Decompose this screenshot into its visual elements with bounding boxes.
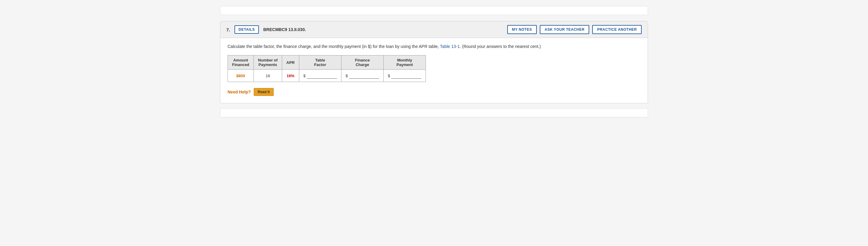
cell-amount-financed: $800 — [228, 70, 254, 82]
header-finance-charge: FinanceCharge — [341, 56, 383, 70]
practice-another-button[interactable]: PRACTICE ANOTHER — [592, 25, 642, 34]
finance-charge-input[interactable] — [349, 73, 379, 79]
my-notes-button[interactable]: MY NOTES — [507, 25, 537, 34]
monthly-payment-input[interactable] — [391, 73, 421, 79]
header-buttons: MY NOTES ASK YOUR TEACHER PRACTICE ANOTH… — [507, 25, 642, 34]
cell-number-of-payments: 18 — [254, 70, 282, 82]
data-table: AmountFinanced Number ofPayments APR Tab… — [227, 55, 426, 82]
need-help-section: Need Help? Read It — [227, 88, 641, 96]
cell-finance-charge[interactable]: $ — [341, 70, 383, 82]
cell-apr: 16% — [282, 70, 299, 82]
ask-teacher-button[interactable]: ASK YOUR TEACHER — [540, 25, 589, 34]
question-number: 7. — [226, 27, 230, 32]
need-help-label: Need Help? — [227, 90, 251, 94]
header-apr: APR — [282, 56, 299, 70]
cell-table-factor[interactable]: $ — [299, 70, 341, 82]
question-code: BRECMBC9 13.II.030. — [263, 27, 306, 32]
question-card: 7. DETAILS BRECMBC9 13.II.030. MY NOTES … — [220, 21, 648, 103]
question-body: Calculate the table factor, the finance … — [220, 38, 648, 103]
table-link[interactable]: Table 13-1 — [440, 44, 460, 49]
cell-monthly-payment[interactable]: $ — [384, 70, 426, 82]
read-it-button[interactable]: Read It — [254, 88, 274, 96]
bottom-strip — [220, 108, 648, 117]
details-button[interactable]: DETAILS — [235, 25, 259, 34]
header-table-factor: TableFactor — [299, 56, 341, 70]
table-factor-input[interactable] — [307, 73, 337, 79]
header-amount-financed: AmountFinanced — [228, 56, 254, 70]
header-number-of-payments: Number ofPayments — [254, 56, 282, 70]
question-header-left: 7. DETAILS BRECMBC9 13.II.030. — [226, 25, 306, 34]
top-strip — [220, 6, 648, 15]
question-header: 7. DETAILS BRECMBC9 13.II.030. MY NOTES … — [220, 22, 648, 38]
table-row: $800 18 16% $ — [228, 70, 426, 82]
header-monthly-payment: MonthlyPayment — [384, 56, 426, 70]
question-text: Calculate the table factor, the finance … — [227, 43, 641, 50]
